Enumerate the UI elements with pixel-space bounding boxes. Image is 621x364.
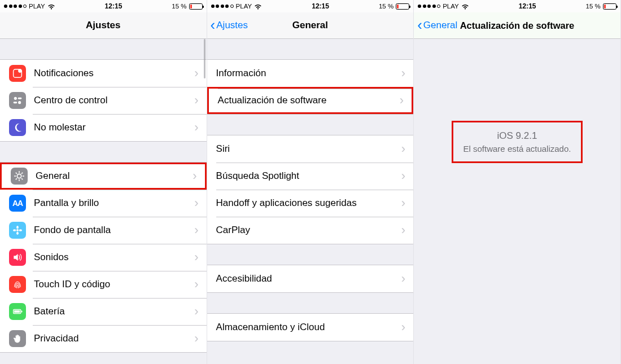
display-icon: AA: [9, 195, 26, 212]
privacy-hand-icon: [9, 330, 26, 347]
screen-general: PLAY 12:15 15 % ‹ Ajustes General Inform…: [207, 0, 414, 364]
row-label: Batería: [34, 306, 194, 317]
chevron-right-icon: ›: [400, 93, 412, 108]
settings-row-centro-de-control[interactable]: Centro de control›: [0, 87, 207, 114]
svg-line-11: [16, 173, 17, 174]
svg-point-17: [16, 232, 19, 235]
settings-row-general[interactable]: General›: [0, 163, 207, 190]
row-label: Notificaciones: [34, 68, 194, 79]
settings-row-handoff[interactable]: Handoff y aplicaciones sugeridas›: [207, 190, 414, 217]
status-bar: PLAY 12:15 15 %: [207, 0, 414, 12]
svg-line-13: [16, 178, 17, 179]
notifications-icon: [9, 65, 26, 82]
chevron-right-icon: ›: [194, 304, 206, 319]
update-message: El software está actualizado.: [463, 144, 571, 154]
row-label: CarPlay: [216, 225, 401, 236]
settings-row-accesibilidad[interactable]: Accesibilidad›: [207, 265, 414, 292]
wifi-icon: [47, 3, 55, 10]
general-group: Accesibilidad›: [207, 265, 414, 293]
battery-icon: [603, 3, 616, 10]
chevron-left-icon: ‹: [417, 17, 422, 32]
chevron-right-icon: ›: [193, 169, 204, 183]
battery-percent-label: 15 %: [172, 3, 186, 10]
chevron-right-icon: ›: [401, 271, 413, 286]
svg-rect-22: [14, 310, 20, 313]
row-label: Sonidos: [34, 252, 194, 263]
row-label: Touch ID y código: [34, 279, 194, 290]
battery-icon: [9, 303, 26, 320]
svg-point-5: [18, 101, 21, 104]
nav-bar: Ajustes: [0, 12, 207, 39]
fingerprint-icon: [9, 276, 26, 293]
back-button[interactable]: ‹ Ajustes: [211, 19, 248, 32]
settings-row-no-molestar[interactable]: No molestar›: [0, 114, 207, 141]
svg-point-1: [18, 69, 22, 73]
clock-label: 12:15: [105, 2, 123, 10]
row-label: Fondo de pantalla: [34, 225, 194, 236]
carrier-label: PLAY: [29, 3, 45, 10]
chevron-right-icon: ›: [401, 223, 413, 238]
settings-row-informacion[interactable]: Información›: [207, 60, 414, 87]
page-title: Ajustes: [0, 20, 207, 31]
nav-bar: ‹ General Actualización de software: [414, 12, 620, 39]
svg-point-6: [17, 174, 21, 178]
chevron-right-icon: ›: [194, 196, 206, 210]
carrier-label: PLAY: [236, 3, 252, 10]
svg-point-15: [16, 229, 19, 231]
status-bar: PLAY 12:15 15 %: [414, 0, 620, 12]
back-label: General: [423, 20, 457, 31]
battery-percent-label: 15 %: [379, 3, 393, 10]
settings-row-fondo-pantalla[interactable]: Fondo de pantalla›: [0, 217, 207, 244]
ios-version-label: iOS 9.2.1: [463, 130, 571, 142]
row-label: Búsqueda Spotlight: [216, 170, 401, 182]
settings-row-sonidos[interactable]: Sonidos›: [0, 244, 207, 271]
general-group: Información›Actualización de software›: [207, 59, 414, 115]
row-label: Pantalla y brillo: [34, 198, 194, 209]
settings-row-bateria[interactable]: Batería›: [0, 298, 207, 325]
svg-rect-3: [18, 98, 22, 99]
chevron-left-icon: ‹: [211, 17, 216, 32]
svg-line-14: [21, 173, 23, 174]
settings-row-siri[interactable]: Siri›: [207, 135, 414, 163]
screen-settings: PLAY 12:15 15 % Ajustes Notificaciones›C…: [0, 0, 207, 364]
row-label: Privacidad: [34, 333, 194, 344]
chevron-right-icon: ›: [401, 142, 413, 156]
settings-row-almacenamiento[interactable]: Almacenamiento y iCloud›: [207, 314, 414, 341]
update-status-box: iOS 9.2.1 El software está actualizado.: [452, 121, 583, 163]
settings-row-notificaciones[interactable]: Notificaciones›: [0, 60, 207, 87]
general-group: Siri›Búsqueda Spotlight›Handoff y aplica…: [207, 135, 414, 244]
battery-icon: [189, 3, 203, 10]
control-center-icon: [9, 92, 26, 109]
gear-icon: [11, 168, 28, 185]
row-label: Información: [216, 68, 401, 79]
settings-row-privacidad[interactable]: Privacidad›: [0, 325, 207, 352]
chevron-right-icon: ›: [194, 277, 206, 292]
row-label: Centro de control: [34, 95, 194, 106]
back-button[interactable]: ‹ General: [417, 19, 457, 32]
svg-rect-4: [14, 102, 18, 103]
chevron-right-icon: ›: [194, 223, 206, 238]
battery-percent-label: 15 %: [586, 3, 601, 10]
settings-row-actualizacion-software[interactable]: Actualización de software›: [207, 87, 414, 114]
settings-group: Notificaciones›Centro de control›No mole…: [0, 59, 207, 142]
wifi-icon: [254, 3, 262, 10]
row-label: General: [36, 170, 193, 182]
settings-group: General›AAPantalla y brillo›Fondo de pan…: [0, 162, 207, 353]
settings-row-pantalla-brillo[interactable]: AAPantalla y brillo›: [0, 190, 207, 217]
svg-point-19: [19, 229, 22, 231]
settings-row-carplay[interactable]: CarPlay›: [207, 217, 414, 244]
general-group: Almacenamiento y iCloud›: [207, 313, 414, 341]
row-label: No molestar: [34, 122, 194, 133]
chevron-right-icon: ›: [194, 120, 206, 135]
chevron-right-icon: ›: [401, 66, 413, 81]
chevron-right-icon: ›: [401, 169, 413, 183]
row-label: Siri: [216, 143, 401, 155]
carrier-label: PLAY: [443, 3, 459, 10]
svg-point-2: [14, 97, 17, 100]
settings-row-touch-id[interactable]: Touch ID y código›: [0, 271, 207, 298]
row-label: Actualización de software: [218, 95, 400, 106]
screen-software-update: PLAY 12:15 15 % ‹ General Actualización …: [414, 0, 621, 364]
chevron-right-icon: ›: [194, 331, 206, 346]
settings-row-spotlight[interactable]: Búsqueda Spotlight›: [207, 163, 414, 190]
chevron-right-icon: ›: [401, 196, 413, 210]
